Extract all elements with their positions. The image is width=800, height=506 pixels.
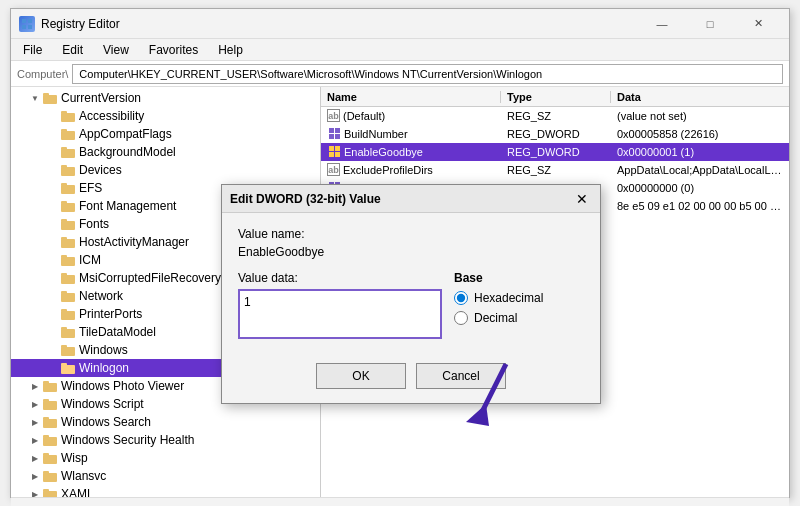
svg-rect-8 [61,131,75,140]
folder-icon [61,326,77,338]
svg-rect-42 [43,437,57,446]
title-bar: Registry Editor — □ ✕ [11,9,789,39]
tree-item-devices[interactable]: Devices [11,161,320,179]
expand-arrow: ▶ [29,472,41,481]
col-name: Name [321,91,501,103]
expand-arrow: ▶ [29,418,41,427]
col-data: Data [611,91,789,103]
svg-rect-14 [61,185,75,194]
tree-label-windowssecurityhealth: Windows Security Health [61,433,194,447]
arrow-pointer [451,354,511,424]
menu-bar: File Edit View Favorites Help [11,39,789,61]
svg-rect-30 [61,329,75,338]
svg-rect-9 [61,129,67,132]
dialog-buttons: OK Cancel [222,353,600,403]
col-type: Type [501,91,611,103]
tree-label-hostactivitymanager: HostActivityManager [79,235,189,249]
svg-rect-36 [43,383,57,392]
ok-button[interactable]: OK [316,363,406,389]
radio-hexadecimal-label: Hexadecimal [474,291,543,305]
tree-label-network: Network [79,289,123,303]
radio-decimal-label: Decimal [474,311,517,325]
folder-icon [61,308,77,320]
svg-marker-76 [466,404,489,426]
svg-rect-0 [22,19,26,23]
svg-rect-61 [335,134,340,139]
app-icon [19,16,35,32]
address-bar: Computer\ Computer\HKEY_CURRENT_USER\Sof… [11,61,789,87]
radio-decimal-input[interactable] [454,311,468,325]
cell-data: 8e e5 09 e1 02 00 00 00 b5 00 47 05 1b e… [611,200,789,212]
tree-item-appcompatflags[interactable]: AppCompatFlags [11,125,320,143]
svg-rect-59 [335,128,340,133]
table-row[interactable]: BuildNumber REG_DWORD 0x00005858 (22616) [321,125,789,143]
cell-data: 0x00000000 (0) [611,182,789,194]
tree-item-wisp[interactable]: ▶ Wisp [11,449,320,467]
minimize-button[interactable]: — [639,10,685,38]
svg-rect-1 [28,19,32,23]
folder-icon [43,434,59,446]
edit-dword-dialog: Edit DWORD (32-bit) Value ✕ Value name: … [221,184,601,404]
menu-help[interactable]: Help [210,41,251,59]
svg-rect-17 [61,201,67,204]
table-row[interactable]: EnableGoodbye REG_DWORD 0x00000001 (1) [321,143,789,161]
folder-icon [61,290,77,302]
value-data-input[interactable] [244,295,436,309]
svg-rect-28 [61,311,75,320]
tree-item-xaml[interactable]: ▶ XAML [11,485,320,497]
tree-item-accessibility[interactable]: Accessibility [11,107,320,125]
dialog-title-bar: Edit DWORD (32-bit) Value ✕ [222,185,600,213]
address-label: Computer\ [17,68,68,80]
value-data-label: Value data: [238,271,442,285]
svg-rect-5 [43,93,49,96]
svg-rect-3 [28,25,32,29]
tree-label-efs: EFS [79,181,102,195]
table-row[interactable]: ab (Default) REG_SZ (value not set) [321,107,789,125]
tree-item-currentversion[interactable]: ▼ CurrentVersion [11,89,320,107]
dialog-close-button[interactable]: ✕ [572,189,592,209]
folder-icon [43,398,59,410]
tree-item-wlansvc[interactable]: ▶ Wlansvc [11,467,320,485]
folder-icon [43,488,59,497]
svg-rect-6 [61,113,75,122]
tree-label-wlansvc: Wlansvc [61,469,106,483]
tree-item-windowssecurityhealth[interactable]: ▶ Windows Security Health [11,431,320,449]
address-path[interactable]: Computer\HKEY_CURRENT_USER\Software\Micr… [72,64,783,84]
tree-label-printerports: PrinterPorts [79,307,142,321]
folder-icon [61,128,77,140]
svg-rect-26 [61,293,75,302]
svg-rect-32 [61,347,75,356]
dialog-body: Value name: EnableGoodbye Value data: Ba… [222,213,600,353]
tree-item-backgroundmodel[interactable]: BackgroundModel [11,143,320,161]
svg-rect-18 [61,221,75,230]
value-data-section: Value data: [238,271,442,339]
table-row[interactable]: ab ExcludeProfileDirs REG_SZ AppData\Loc… [321,161,789,179]
tree-label-accessibility: Accessibility [79,109,144,123]
cell-type: REG_SZ [501,164,611,176]
close-button[interactable]: ✕ [735,10,781,38]
expand-arrow: ▶ [29,454,41,463]
radio-hexadecimal-input[interactable] [454,291,468,305]
tree-label-windowsscript: Windows Script [61,397,144,411]
menu-file[interactable]: File [15,41,50,59]
menu-view[interactable]: View [95,41,137,59]
dialog-inputs-section: Value data: Base Hexadecimal Decimal [238,271,584,339]
cell-name: EnableGoodbye [321,145,501,159]
tree-label-currentversion: CurrentVersion [61,91,141,105]
base-section: Base Hexadecimal Decimal [454,271,584,331]
cell-name: ab (Default) [321,109,501,122]
folder-icon [61,182,77,194]
maximize-button[interactable]: □ [687,10,733,38]
svg-rect-34 [61,365,75,374]
folder-icon [61,164,77,176]
radio-decimal[interactable]: Decimal [454,311,584,325]
reg-icon-ab: ab [327,109,340,122]
title-bar-left: Registry Editor [19,16,120,32]
radio-hexadecimal[interactable]: Hexadecimal [454,291,584,305]
window-title: Registry Editor [41,17,120,31]
menu-favorites[interactable]: Favorites [141,41,206,59]
tree-item-windowssearch[interactable]: ▶ Windows Search [11,413,320,431]
svg-rect-12 [61,167,75,176]
menu-edit[interactable]: Edit [54,41,91,59]
expand-arrow: ▶ [29,490,41,498]
